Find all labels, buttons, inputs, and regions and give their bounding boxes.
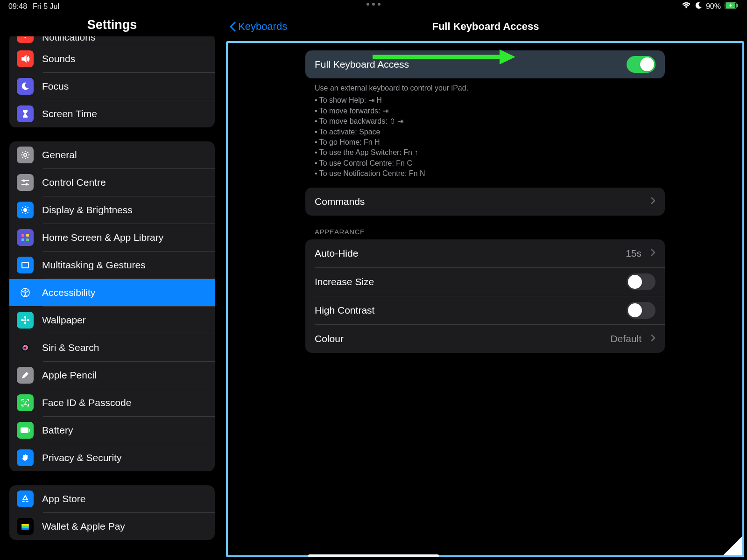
colour-row[interactable]: Colour Default [305,325,665,353]
colour-value: Default [610,333,641,344]
dot-icon [372,3,375,6]
increase-size-toggle[interactable] [627,273,655,290]
full-keyboard-access-row[interactable]: Full Keyboard Access [305,50,665,78]
sidebar-item-label: Multitasking & Gestures [42,259,146,271]
chevron-right-icon [651,248,655,259]
auto-hide-row[interactable]: Auto-Hide 15s [305,239,665,267]
svg-rect-8 [26,234,29,237]
svg-point-22 [23,401,24,402]
dot-icon [366,3,369,6]
cell-label: Commands [315,196,365,207]
chevron-right-icon [651,333,655,344]
cell-label: Auto-Hide [315,248,358,259]
sidebar-item-label: Face ID & Passcode [42,397,131,408]
moon-icon [17,78,34,95]
sidebar-item-apple-pencil[interactable]: Apple Pencil [9,362,215,389]
sidebar-item-focus[interactable]: Focus [9,73,215,100]
status-bar: 09:48 Fri 5 Jul 90% [0,0,747,13]
speaker-icon [17,50,34,67]
sidebar-item-label: Sounds [42,53,75,64]
back-button[interactable]: Keyboards [229,21,287,33]
high-contrast-toggle[interactable] [627,302,655,319]
help-line: To go Home: Fn H [315,137,655,147]
hourglass-icon [17,105,34,122]
sidebar-item-home-screen-app-library[interactable]: Home Screen & App Library [9,224,215,251]
commands-group: Commands [305,188,665,216]
sidebar-item-accessibility[interactable]: Accessibility [9,279,215,306]
sidebar-item-control-centre[interactable]: Control Centre [9,169,215,196]
auto-hide-value: 15s [626,248,641,259]
battery-percent: 90% [706,2,721,11]
cell-label: Colour [315,333,344,344]
sidebar-item-label: Home Screen & App Library [42,232,163,243]
sidebar-item-app-store[interactable]: App Store [9,485,215,512]
sidebar-item-general[interactable]: General [9,141,215,168]
sidebar-item-wallpaper[interactable]: Wallpaper [9,307,215,334]
detail-header: Keyboards Full Keyboard Access [224,13,747,40]
commands-row[interactable]: Commands [305,188,665,216]
appearance-header: APPEARANCE [305,216,665,239]
back-label: Keyboards [238,21,287,33]
sidebar-item-screen-time[interactable]: Screen Time [9,100,215,127]
sidebar-item-label: Notifications [42,36,95,43]
sidebar-item-privacy-security[interactable]: Privacy & Security [9,444,215,471]
svg-point-15 [24,316,26,319]
pencil-icon [17,367,34,384]
detail-title: Full Keyboard Access [432,21,539,33]
sidebar-item-siri-search[interactable]: Siri & Search [9,334,215,361]
help-line: To activate: Space [315,127,655,137]
settings-sidebar: Settings NotificationsSoundsFocusScreen … [0,13,224,560]
accessibility-icon [17,284,34,301]
svg-rect-28 [21,528,29,530]
status-time: 09:48 [8,2,27,11]
svg-rect-27 [21,526,29,528]
wallet-icon [17,518,34,535]
bell-icon [17,36,34,43]
home-indicator[interactable] [308,554,439,557]
sidebar-item-label: Screen Time [42,108,97,119]
sidebar-item-sounds[interactable]: Sounds [9,45,215,72]
siri-icon [17,339,34,356]
help-line: To show Help: ⇥ H [315,95,655,105]
dnd-moon-icon [695,2,702,11]
cell-label: High Contrast [315,305,374,316]
sidebar-item-display-brightness[interactable]: Display & Brightness [9,196,215,224]
high-contrast-row[interactable]: High Contrast [305,296,665,324]
sidebar-title: Settings [9,13,215,36]
dot-icon [378,3,381,6]
sidebar-item-notifications[interactable]: Notifications [9,36,215,45]
gear-icon [17,147,34,163]
main-toggle-group: Full Keyboard Access [305,50,665,78]
multitask-dots[interactable] [366,3,381,6]
focus-outline: Full Keyboard Access Use an external key… [226,41,744,557]
rect-icon [17,257,34,273]
detail-panel: Keyboards Full Keyboard Access Full Keyb… [224,13,747,560]
hand-icon [17,449,34,466]
sidebar-item-face-id-passcode[interactable]: Face ID & Passcode [9,389,215,416]
sidebar-item-label: Focus [42,81,69,92]
help-line: To use Notification Centre: Fn N [315,168,655,179]
page-curl-icon[interactable] [723,536,742,555]
full-keyboard-access-toggle[interactable] [627,56,655,73]
help-line: To move backwards: ⇧ ⇥ [315,116,655,126]
faceid-icon [17,394,34,411]
svg-point-6 [23,208,27,212]
sidebar-item-label: Battery [42,425,73,436]
svg-marker-30 [500,50,515,64]
annotation-arrow [373,50,517,65]
sidebar-item-wallet-apple-pay[interactable]: Wallet & Apple Pay [9,513,215,540]
sidebar-item-multitasking-gestures[interactable]: Multitasking & Gestures [9,252,215,279]
sidebar-item-label: Display & Brightness [42,204,133,216]
svg-rect-2 [737,4,739,7]
appstore-icon [17,490,34,507]
svg-point-17 [21,319,24,321]
sidebar-item-label: Wallpaper [42,315,86,326]
help-line: To move forwards: ⇥ [315,106,655,116]
help-text: Use an external keyboard to control your… [305,78,665,188]
cell-label: Increase Size [315,276,374,287]
increase-size-row[interactable]: Increase Size [305,268,665,296]
sidebar-item-battery[interactable]: Battery [9,417,215,444]
sidebar-scroll[interactable]: NotificationsSoundsFocusScreen TimeGener… [9,36,215,560]
sun-icon [17,202,34,218]
svg-rect-10 [26,238,29,241]
